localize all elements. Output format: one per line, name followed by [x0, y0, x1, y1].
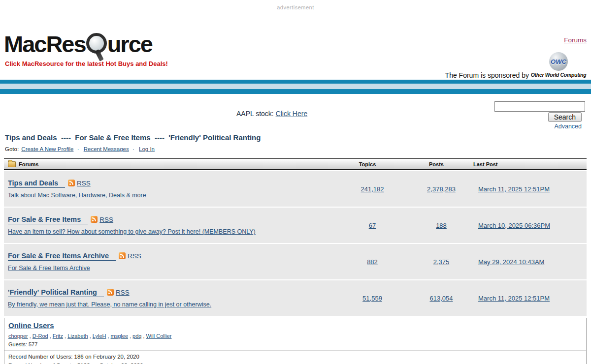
advertisement-label: advertisement: [0, 4, 591, 10]
forum-row-for-sale-archive: For Sale & Free Items ArchiveRSS For Sal…: [4, 244, 587, 279]
topics-count-link[interactable]: 51,559: [362, 295, 382, 302]
online-users-box: Online Users chopper,D-Rod,Fritz,Lizabet…: [4, 318, 587, 364]
last-post-link[interactable]: March 10, 2025 06:36PM: [478, 222, 550, 229]
forum-title-link[interactable]: For Sale & Free Items: [8, 215, 88, 224]
forum-row-for-sale: For Sale & Free ItemsRSS Have an item to…: [4, 208, 587, 243]
user-separator: ,: [65, 333, 66, 339]
record-users: Record Number of Users: 186 on February …: [8, 354, 586, 360]
search-button[interactable]: Search: [548, 112, 582, 122]
advanced-search-link[interactable]: Advanced: [554, 123, 582, 130]
owc-logo[interactable]: OWC Other World Computing: [530, 52, 587, 78]
goto-link-create-profile[interactable]: Create A New Profile: [21, 146, 73, 152]
forums-link[interactable]: Forums: [564, 36, 587, 44]
rss-link[interactable]: RSS: [116, 289, 130, 296]
user-separator: ,: [130, 333, 131, 339]
online-user-link[interactable]: D-Rod: [33, 333, 48, 339]
forum-title-link[interactable]: For Sale & Free Items Archive: [8, 252, 116, 261]
column-header-topics[interactable]: Topics: [359, 161, 376, 167]
goto-label: Goto:: [5, 146, 19, 152]
forum-description-link[interactable]: Have an item to sell? How about somethin…: [8, 228, 256, 235]
online-users-list: chopper,D-Rod,Fritz,Lizabeth,LyleH,msgle…: [8, 333, 586, 339]
last-post-link[interactable]: March 11, 2025 12:51PM: [478, 295, 550, 302]
rss-link[interactable]: RSS: [99, 216, 113, 223]
macresource-forum-page: advertisement MacResurce Click MacResour…: [0, 0, 591, 364]
goto-separator: ·: [132, 146, 134, 152]
online-box-divider: [4, 350, 586, 351]
forum-nav-title: Tips and Deals ---- For Sale & Free Item…: [5, 133, 261, 142]
column-header-last-post[interactable]: Last Post: [473, 161, 498, 167]
forum-title-link[interactable]: 'Friendly' Political Ranting: [8, 288, 104, 297]
stock-link[interactable]: Click Here: [276, 110, 308, 118]
goto-separator: ·: [77, 146, 79, 152]
online-user-link[interactable]: LyleH: [93, 333, 106, 339]
online-users-title-link[interactable]: Online Users: [8, 321, 54, 330]
last-post-link[interactable]: May 29, 2024 10:43AM: [478, 258, 544, 266]
user-separator: ,: [143, 333, 144, 339]
online-user-link[interactable]: Will Collier: [146, 333, 172, 339]
forum-row-political-ranting: 'Friendly' Political RantingRSS By frien…: [4, 280, 587, 316]
forum-table: Forums Topics Posts Last Post Tips and D…: [4, 158, 587, 316]
forum-table-header: Forums Topics Posts Last Post: [4, 158, 587, 170]
guests-count: Guests: 577: [8, 341, 586, 347]
goto-line: Goto: Create A New Profile · Recent Mess…: [5, 146, 155, 152]
topics-count-link[interactable]: 67: [369, 222, 376, 229]
forum-description-link[interactable]: For Sale & Free Items Archive: [8, 265, 90, 272]
rss-icon[interactable]: [119, 252, 126, 259]
top-teal-bar: [0, 80, 591, 84]
online-user-link[interactable]: Lizabeth: [67, 333, 88, 339]
sponsor-text: The Forum is sponsored by: [445, 71, 529, 79]
posts-count-link[interactable]: 613,054: [430, 295, 453, 302]
search-input[interactable]: [494, 101, 585, 112]
posts-count-link[interactable]: 2,375: [433, 258, 450, 266]
rss-icon[interactable]: [107, 289, 114, 296]
stock-line: AAPL stock: Click Here: [236, 110, 307, 118]
bottom-teal-bar: [0, 89, 591, 94]
column-header-forums[interactable]: Forums: [19, 161, 38, 167]
owc-globe-icon: OWC: [549, 52, 568, 71]
owc-name: Other World Computing: [530, 72, 587, 78]
folder-icon: [8, 161, 16, 167]
site-logo[interactable]: MacResurce: [4, 30, 152, 58]
rss-link[interactable]: RSS: [77, 180, 91, 187]
forum-description-link[interactable]: By friendly, we mean just that. Please, …: [8, 301, 211, 308]
column-header-posts[interactable]: Posts: [429, 161, 444, 167]
goto-link-log-in[interactable]: Log In: [139, 146, 155, 152]
online-user-link[interactable]: chopper: [8, 333, 28, 339]
logo-text-pre: MacRes: [4, 31, 86, 57]
rss-link[interactable]: RSS: [128, 252, 141, 260]
topics-count-link[interactable]: 882: [367, 258, 378, 266]
last-post-link[interactable]: March 11, 2025 12:51PM: [478, 185, 550, 193]
topics-count-link[interactable]: 241,182: [361, 185, 384, 193]
user-separator: ,: [90, 333, 91, 339]
forum-row-tips-and-deals: Tips and DealsRSS Talk about Mac Softwar…: [4, 171, 587, 207]
online-user-link[interactable]: msglee: [111, 333, 128, 339]
rss-icon[interactable]: [91, 216, 98, 223]
user-separator: ,: [50, 333, 51, 339]
logo-text-post: urce: [107, 31, 152, 57]
online-user-link[interactable]: Fritz: [53, 333, 63, 339]
forum-description-link[interactable]: Talk about Mac Software, Hardware, Deals…: [8, 192, 146, 199]
user-separator: ,: [30, 333, 31, 339]
posts-count-link[interactable]: 2,378,283: [427, 185, 456, 193]
rss-icon[interactable]: [68, 180, 75, 186]
online-user-link[interactable]: pdq: [132, 333, 141, 339]
posts-count-link[interactable]: 188: [436, 222, 447, 229]
forum-title-link[interactable]: Tips and Deals: [8, 179, 65, 188]
user-separator: ,: [108, 333, 109, 339]
goto-link-recent-messages[interactable]: Recent Messages: [84, 146, 129, 152]
light-blue-bar: [0, 84, 591, 89]
logo-tagline: Click MacResource for the latest Hot Buy…: [5, 60, 168, 67]
stock-label: AAPL stock:: [236, 110, 274, 118]
magnifier-icon: [86, 33, 107, 54]
